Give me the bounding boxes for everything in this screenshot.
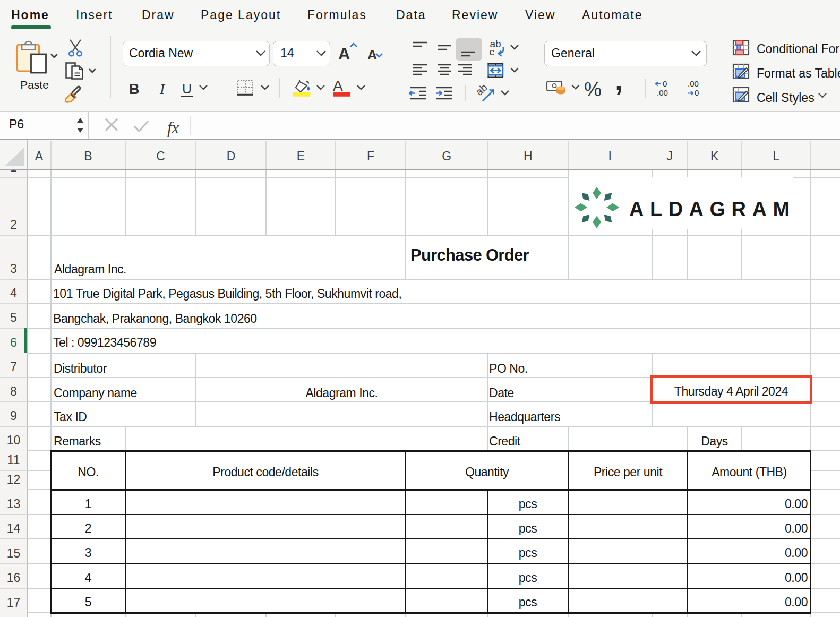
svg-text:ab: ab xyxy=(474,82,490,98)
svg-text:.00: .00 xyxy=(688,79,699,88)
svg-text:U: U xyxy=(182,81,192,96)
svg-text:A: A xyxy=(333,78,343,94)
svg-text:0: 0 xyxy=(663,79,667,88)
svg-text:,: , xyxy=(615,64,623,96)
svg-text:.00: .00 xyxy=(657,88,668,97)
svg-text:B: B xyxy=(129,81,140,97)
svg-text:c: c xyxy=(490,46,495,57)
svg-text:A: A xyxy=(367,47,377,62)
svg-text:fx: fx xyxy=(167,118,179,137)
svg-text:%: % xyxy=(584,79,602,100)
svg-text:I: I xyxy=(159,81,166,97)
svg-text:0: 0 xyxy=(695,88,699,97)
svg-text:A: A xyxy=(338,45,350,63)
